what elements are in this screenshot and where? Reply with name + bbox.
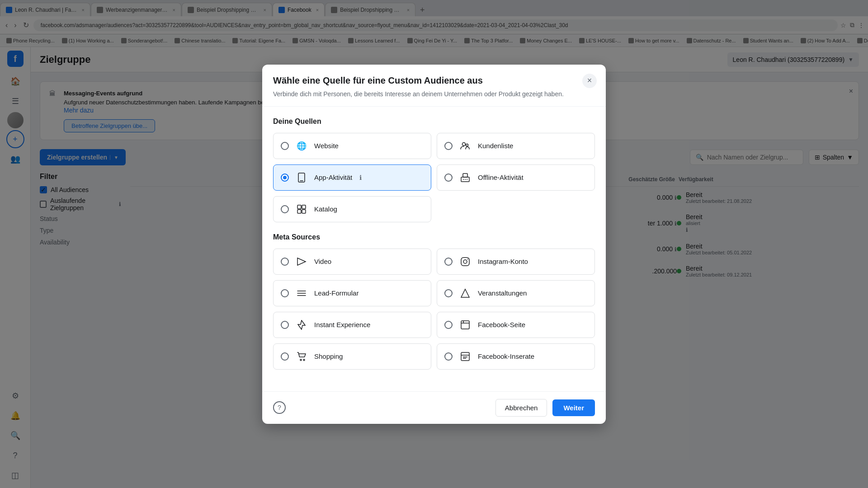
weiter-button[interactable]: Weiter [552, 399, 595, 416]
cancel-button[interactable]: Abbrechen [495, 399, 547, 417]
radio-instagram-konto[interactable] [444, 258, 453, 266]
svg-rect-27 [461, 352, 469, 361]
radio-facebook-seite[interactable] [444, 321, 453, 329]
svg-marker-13 [297, 258, 306, 265]
option-facebook-seite-label: Facebook-Seite [478, 321, 525, 328]
app-aktivitat-icon [294, 170, 309, 185]
modal-header: Wähle eine Quelle für eine Custom Audien… [262, 65, 606, 107]
radio-app-aktivitat[interactable] [281, 174, 289, 182]
video-icon [294, 254, 309, 269]
offline-aktivitat-icon [458, 170, 472, 185]
option-app-aktivitat[interactable]: App-Aktivität ℹ [273, 164, 431, 191]
option-facebook-inserate-label: Facebook-Inserate [478, 352, 534, 360]
svg-marker-21 [298, 320, 305, 329]
radio-shopping[interactable] [281, 352, 289, 361]
custom-audience-modal: Wähle eine Quelle für eine Custom Audien… [262, 65, 606, 424]
option-instagram-konto[interactable]: Instagram-Konto [437, 249, 595, 275]
svg-rect-12 [302, 210, 306, 213]
deine-quellen-grid: 🌐 Website Kundenliste [273, 133, 595, 222]
option-app-aktivitat-label: App-Aktivität [314, 174, 352, 181]
option-facebook-inserate[interactable]: Facebook-Inserate [437, 343, 595, 370]
modal-footer: ? Abbrechen Weiter [262, 391, 606, 424]
svg-rect-5 [463, 174, 467, 177]
modal-overlay: Wähle eine Quelle für eine Custom Audien… [0, 0, 868, 488]
option-offline-aktivitat[interactable]: Offline-Aktivität [437, 164, 595, 191]
option-veranstaltungen[interactable]: Veranstaltungen [437, 280, 595, 306]
option-katalog[interactable]: Katalog [273, 196, 431, 222]
radio-veranstaltungen[interactable] [444, 289, 453, 297]
modal-help-icon[interactable]: ? [273, 401, 286, 414]
option-katalog-label: Katalog [314, 205, 337, 213]
radio-katalog[interactable] [281, 205, 289, 213]
radio-video[interactable] [281, 258, 289, 266]
option-video[interactable]: Video [273, 249, 431, 275]
option-shopping[interactable]: Shopping [273, 343, 431, 370]
svg-rect-10 [302, 205, 306, 209]
option-instant-experience-label: Instant Experience [314, 321, 370, 328]
kundenliste-icon [458, 139, 472, 153]
option-kundenliste-label: Kundenliste [478, 142, 513, 150]
svg-marker-20 [461, 289, 469, 297]
instant-experience-icon [294, 318, 309, 332]
option-video-label: Video [314, 258, 331, 265]
svg-rect-22 [461, 321, 469, 329]
radio-kundenliste[interactable] [444, 142, 453, 150]
facebook-inserate-icon [458, 349, 472, 364]
option-instant-experience[interactable]: Instant Experience [273, 312, 431, 338]
option-veranstaltungen-label: Veranstaltungen [478, 289, 527, 297]
svg-rect-9 [297, 205, 301, 209]
website-icon: 🌐 [294, 139, 309, 153]
svg-point-1 [466, 144, 468, 146]
svg-point-15 [463, 260, 467, 263]
svg-rect-14 [461, 258, 469, 266]
option-kundenliste[interactable]: Kundenliste [437, 133, 595, 159]
modal-title: Wähle eine Quelle für eine Custom Audien… [273, 75, 595, 86]
radio-instant-experience[interactable] [281, 321, 289, 329]
option-website-label: Website [314, 142, 339, 150]
radio-lead-formular[interactable] [281, 289, 289, 297]
shopping-icon [294, 349, 309, 364]
svg-point-26 [303, 359, 305, 361]
radio-facebook-inserate[interactable] [444, 352, 453, 361]
lead-formular-icon [294, 286, 309, 300]
meta-sources-grid: Video Instagram-Konto [273, 249, 595, 370]
option-website[interactable]: 🌐 Website [273, 133, 431, 159]
svg-point-25 [300, 359, 302, 361]
modal-body: Deine Quellen 🌐 Website Kundenli [262, 107, 606, 391]
option-offline-aktivitat-label: Offline-Aktivität [478, 174, 524, 181]
section-deine-quellen-label: Deine Quellen [273, 117, 595, 126]
modal-close-button[interactable]: × [582, 74, 597, 88]
radio-offline-aktivitat[interactable] [444, 174, 453, 182]
katalog-icon [294, 202, 309, 216]
option-lead-formular-label: Lead-Formular [314, 289, 359, 297]
svg-rect-11 [297, 210, 301, 213]
option-shopping-label: Shopping [314, 352, 343, 360]
option-instagram-konto-label: Instagram-Konto [478, 258, 528, 265]
radio-website[interactable] [281, 142, 289, 150]
app-aktivitat-info-icon[interactable]: ℹ [359, 174, 362, 181]
modal-subtitle: Verbinde dich mit Personen, die bereits … [273, 89, 595, 99]
instagram-konto-icon [458, 254, 472, 269]
veranstaltungen-icon [458, 286, 472, 300]
option-lead-formular[interactable]: Lead-Formular [273, 280, 431, 306]
option-facebook-seite[interactable]: Facebook-Seite [437, 312, 595, 338]
facebook-seite-icon [458, 318, 472, 332]
section-meta-sources-label: Meta Sources [273, 233, 595, 241]
svg-point-0 [462, 142, 466, 145]
svg-point-16 [467, 258, 468, 259]
